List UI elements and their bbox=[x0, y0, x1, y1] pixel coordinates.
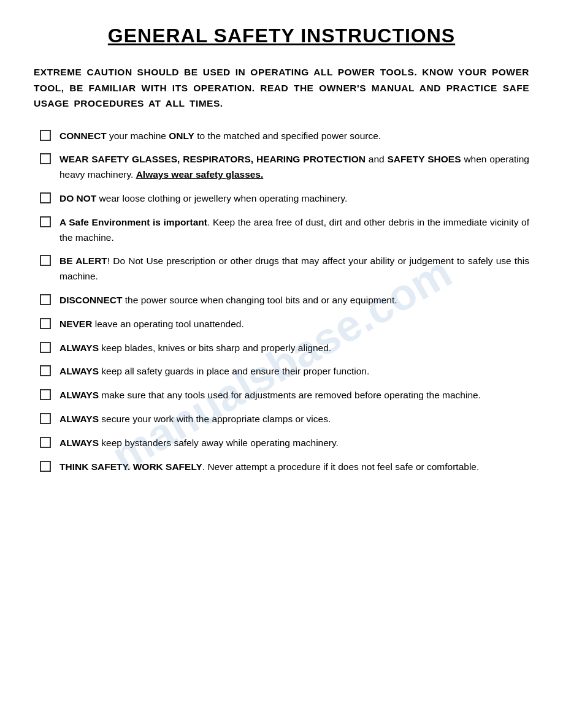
item-text: DISCONNECT the power source when changin… bbox=[59, 293, 529, 308]
checkbox-icon bbox=[40, 342, 51, 353]
item-text: ALWAYS keep blades, knives or bits sharp… bbox=[59, 341, 529, 356]
intro-paragraph: EXTREME CAUTION SHOULD BE USED IN OPERAT… bbox=[34, 64, 529, 112]
list-item: WEAR SAFETY GLASSES, RESPIRATORS, HEARIN… bbox=[40, 152, 529, 183]
checkbox-icon bbox=[40, 153, 51, 164]
item-text: NEVER leave an operating tool unattended… bbox=[59, 317, 529, 332]
page-title: GENERAL SAFETY INSTRUCTIONS bbox=[34, 25, 529, 47]
checkbox-icon bbox=[40, 389, 51, 400]
list-item: ALWAYS keep blades, knives or bits sharp… bbox=[40, 341, 529, 356]
list-item: THINK SAFETY. WORK SAFELY. Never attempt… bbox=[40, 460, 529, 475]
checkbox-icon bbox=[40, 192, 51, 203]
list-item: DO NOT wear loose clothing or jewellery … bbox=[40, 191, 529, 207]
list-item: CONNECT your machine ONLY to the matched… bbox=[40, 129, 529, 144]
list-item: ALWAYS keep bystanders safely away while… bbox=[40, 436, 529, 451]
item-text: A Safe Environment is important. Keep th… bbox=[59, 215, 529, 246]
checkbox-icon bbox=[40, 255, 51, 266]
checkbox-icon bbox=[40, 318, 51, 329]
checkbox-icon bbox=[40, 437, 51, 448]
checkbox-icon bbox=[40, 294, 51, 305]
item-text: ALWAYS secure your work with the appropr… bbox=[59, 412, 529, 427]
item-text: WEAR SAFETY GLASSES, RESPIRATORS, HEARIN… bbox=[59, 152, 529, 183]
safety-instructions-list: CONNECT your machine ONLY to the matched… bbox=[40, 129, 529, 475]
list-item: A Safe Environment is important. Keep th… bbox=[40, 215, 529, 246]
item-text: ALWAYS keep bystanders safely away while… bbox=[59, 436, 529, 451]
item-text: CONNECT your machine ONLY to the matched… bbox=[59, 129, 529, 144]
item-text: ALWAYS make sure that any tools used for… bbox=[59, 388, 529, 403]
checkbox-icon bbox=[40, 461, 51, 472]
list-item: BE ALERT! Do Not Use prescription or oth… bbox=[40, 254, 529, 284]
list-item: ALWAYS keep all safety guards in place a… bbox=[40, 364, 529, 379]
list-item: NEVER leave an operating tool unattended… bbox=[40, 317, 529, 332]
list-item: DISCONNECT the power source when changin… bbox=[40, 293, 529, 308]
item-text: BE ALERT! Do Not Use prescription or oth… bbox=[59, 254, 529, 284]
checkbox-icon bbox=[40, 216, 51, 227]
list-item: ALWAYS secure your work with the appropr… bbox=[40, 412, 529, 427]
item-text: THINK SAFETY. WORK SAFELY. Never attempt… bbox=[59, 460, 529, 475]
checkbox-icon bbox=[40, 413, 51, 424]
checkbox-icon bbox=[40, 130, 51, 141]
list-item: ALWAYS make sure that any tools used for… bbox=[40, 388, 529, 403]
checkbox-icon bbox=[40, 365, 51, 376]
item-text: ALWAYS keep all safety guards in place a… bbox=[59, 364, 529, 379]
item-text: DO NOT wear loose clothing or jewellery … bbox=[59, 191, 529, 207]
